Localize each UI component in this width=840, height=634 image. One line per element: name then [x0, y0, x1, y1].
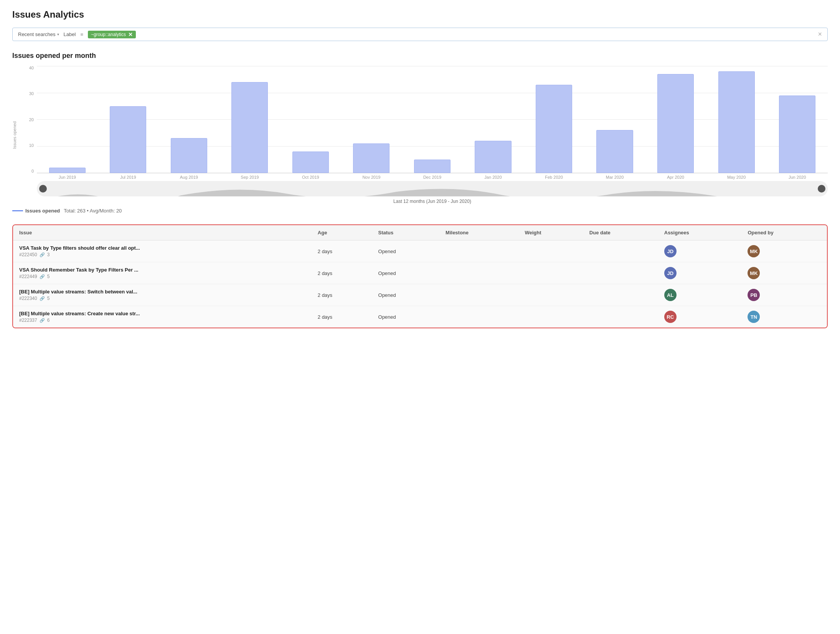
- table-row: VSA Should Remember Task by Type Filters…: [13, 262, 827, 284]
- clear-all-button[interactable]: ×: [816, 30, 823, 38]
- chart-section: Issues opened per month Issues opened 0 …: [12, 52, 828, 214]
- chart-bar-12: [779, 96, 815, 173]
- link-icon-0: 🔗: [40, 252, 45, 257]
- due-date-cell-1: [583, 262, 658, 284]
- due-date-cell-0: [583, 240, 658, 262]
- remove-filter-button[interactable]: ✕: [128, 31, 133, 38]
- issue-number-3: #222337: [19, 318, 37, 323]
- link-icon-2: 🔗: [40, 296, 45, 301]
- col-assignees: Assignees: [658, 225, 742, 240]
- assignee-avatar-1: JD: [664, 267, 677, 279]
- chart-bar-group-7: [463, 66, 524, 173]
- issue-title-3[interactable]: [BE] Multiple value streams: Create new …: [19, 311, 305, 316]
- chart-bar-group-0: [37, 66, 98, 173]
- age-cell-1: 2 days: [312, 262, 372, 284]
- recent-searches-button[interactable]: Recent searches ▾: [17, 31, 61, 38]
- chart-bar-group-8: [523, 66, 584, 173]
- issues-table-wrapper: Issue Age Status Milestone Weight Due da…: [12, 224, 828, 328]
- recent-searches-label: Recent searches: [18, 31, 56, 37]
- x-label-2: Aug 2019: [158, 173, 219, 179]
- x-label-3: Sep 2019: [219, 173, 281, 179]
- weight-cell-1: [518, 262, 583, 284]
- opener-cell-1: MK: [741, 262, 827, 284]
- assignee-avatar-3: RC: [664, 311, 677, 323]
- age-cell-0: 2 days: [312, 240, 372, 262]
- chart-y-axis: 0 10 20 30 40: [21, 66, 37, 173]
- x-label-8: Feb 2020: [523, 173, 584, 179]
- issue-cell-1: VSA Should Remember Task by Type Filters…: [13, 262, 312, 284]
- y-axis-label: Issues opened: [12, 66, 20, 204]
- table-body: VSA Task by Type filters should offer cl…: [13, 240, 827, 328]
- x-label-9: Mar 2020: [584, 173, 645, 179]
- assignee-avatar-0: JD: [664, 245, 677, 257]
- milestone-cell-1: [439, 262, 518, 284]
- issue-weight-3: 6: [47, 318, 50, 323]
- col-due-date: Due date: [583, 225, 658, 240]
- weight-cell-0: [518, 240, 583, 262]
- link-icon-3: 🔗: [40, 318, 45, 323]
- issue-cell-2: [BE] Multiple value streams: Switch betw…: [13, 284, 312, 306]
- chart-title: Issues opened per month: [12, 52, 828, 60]
- chart-range-label: Last 12 months (Jun 2019 - Jun 2020): [37, 199, 828, 204]
- chart-bar-group-6: [402, 66, 463, 173]
- chart-x-labels: Jun 2019Jul 2019Aug 2019Sep 2019Oct 2019…: [37, 173, 828, 179]
- chart-bar-11: [718, 71, 755, 173]
- opener-avatar-2: PB: [748, 289, 760, 301]
- filter-label: Label: [64, 31, 76, 37]
- opener-avatar-0: MK: [748, 245, 760, 257]
- col-age: Age: [312, 225, 372, 240]
- milestone-cell-2: [439, 284, 518, 306]
- y-label-40: 40: [21, 66, 34, 70]
- chart-bar-9: [596, 130, 633, 173]
- col-opened-by: Opened by: [741, 225, 827, 240]
- chart-bar-group-9: [584, 66, 645, 173]
- y-label-0: 0: [21, 169, 34, 173]
- timeline-handle-right[interactable]: [818, 185, 825, 193]
- x-label-4: Oct 2019: [280, 173, 341, 179]
- due-date-cell-2: [583, 284, 658, 306]
- chart-legend: Issues opened Total: 263 • Avg/Month: 20: [12, 208, 828, 214]
- issue-weight-1: 5: [47, 274, 50, 279]
- issue-number-1: #222449: [19, 274, 37, 279]
- chart-bar-2: [171, 138, 207, 173]
- status-cell-1: Opened: [372, 262, 440, 284]
- chart-timeline[interactable]: [37, 181, 828, 196]
- issue-weight-2: 5: [47, 296, 50, 301]
- age-cell-2: 2 days: [312, 284, 372, 306]
- assignee-cell-3: RC: [658, 306, 742, 328]
- table-header: Issue Age Status Milestone Weight Due da…: [13, 225, 827, 240]
- chart-bar-10: [657, 74, 694, 173]
- chart-bar-group-11: [706, 66, 767, 173]
- issue-title-0[interactable]: VSA Task by Type filters should offer cl…: [19, 245, 305, 251]
- issue-title-1[interactable]: VSA Should Remember Task by Type Filters…: [19, 267, 305, 273]
- issue-meta-3: #222337 🔗 6: [19, 318, 305, 323]
- col-issue: Issue: [13, 225, 312, 240]
- x-label-5: Nov 2019: [341, 173, 402, 179]
- opener-avatar-3: TN: [748, 311, 760, 323]
- legend-line-icon: [12, 210, 23, 211]
- chart-bar-6: [414, 160, 451, 173]
- issue-title-2[interactable]: [BE] Multiple value streams: Switch betw…: [19, 289, 305, 295]
- status-cell-2: Opened: [372, 284, 440, 306]
- opener-cell-3: TN: [741, 306, 827, 328]
- chart-bar-1: [110, 106, 146, 173]
- table-row: [BE] Multiple value streams: Switch betw…: [13, 284, 827, 306]
- issue-cell-3: [BE] Multiple value streams: Create new …: [13, 306, 312, 328]
- assignee-cell-0: JD: [658, 240, 742, 262]
- chart-bar-3: [231, 82, 268, 173]
- page-title: Issues Analytics: [12, 9, 828, 20]
- issue-meta-0: #222450 🔗 3: [19, 252, 305, 257]
- timeline-handle-left[interactable]: [39, 185, 47, 193]
- y-label-30: 30: [21, 92, 34, 96]
- filter-value: ~group::analytics: [91, 32, 126, 37]
- filter-operator: =: [80, 31, 83, 37]
- x-label-1: Jul 2019: [98, 173, 159, 179]
- assignee-cell-2: AL: [658, 284, 742, 306]
- table-header-row: Issue Age Status Milestone Weight Due da…: [13, 225, 827, 240]
- chart-bar-group-12: [767, 66, 828, 173]
- issue-meta-1: #222449 🔗 5: [19, 274, 305, 279]
- y-label-20: 20: [21, 118, 34, 122]
- chart-bar-group-5: [341, 66, 402, 173]
- status-cell-0: Opened: [372, 240, 440, 262]
- table-row: VSA Task by Type filters should offer cl…: [13, 240, 827, 262]
